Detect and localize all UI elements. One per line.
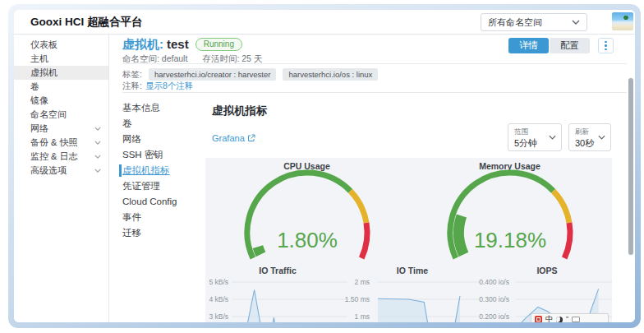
chevron-down-icon bbox=[94, 155, 101, 159]
detail-section: 基本信息卷网络SSH 密钥虚拟机指标凭证管理Cloud Config事件迁移 虚… bbox=[109, 92, 635, 322]
user-avatar[interactable] bbox=[612, 12, 633, 30]
chevron-down-icon bbox=[94, 141, 101, 145]
y-axis-tick-label: 2 ms bbox=[329, 278, 370, 286]
tag-chip: harvesterhci.io/os : linux bbox=[283, 68, 378, 81]
chevron-down-icon bbox=[94, 169, 101, 173]
detail-tab[interactable]: 基本信息 bbox=[109, 100, 205, 116]
y-axis-tick-label: 1.50 ms bbox=[329, 295, 370, 303]
detail-tab[interactable]: Cloud Config bbox=[109, 194, 205, 210]
ime-fullhalf-icon bbox=[556, 317, 563, 323]
detail-tab[interactable]: 虚拟机指标 bbox=[109, 163, 205, 178]
y-axis-tick-label: 4 kB/s bbox=[187, 295, 228, 303]
svg-text:19.18%: 19.18% bbox=[474, 228, 546, 252]
chevron-down-icon bbox=[598, 135, 605, 140]
ime-toolbar[interactable]: 中 ” bbox=[531, 313, 609, 322]
range-select[interactable]: 范围 5分钟 bbox=[508, 123, 562, 151]
chevron-down-icon bbox=[572, 20, 580, 25]
gauge-chart: 19.18% bbox=[432, 166, 588, 269]
ime-keyboard-icon bbox=[572, 317, 580, 322]
main-content: 虚拟机:testRunning 详情 配置 命名空间: default存活时间:… bbox=[109, 35, 635, 322]
grafana-link-label: Grafana bbox=[212, 133, 245, 143]
range-label: 范围 bbox=[514, 127, 528, 137]
top-bar: Gooxi HCI 超融合平台 所有命名空间 bbox=[14, 10, 635, 35]
sidebar-item[interactable]: 镜像 bbox=[14, 94, 108, 108]
detail-tabs: 基本信息卷网络SSH 密钥虚拟机指标凭证管理Cloud Config事件迁移 bbox=[109, 100, 205, 241]
annotations-toggle-link[interactable]: 显示8个注释 bbox=[145, 81, 193, 90]
tag-chip: harvesterhci.io/creator : harvester bbox=[149, 68, 277, 81]
action-buttons: 详情 配置 bbox=[508, 38, 614, 53]
namespace-label: 命名空间: default bbox=[122, 53, 187, 63]
svg-text:1.80%: 1.80% bbox=[277, 228, 338, 252]
annotations-label: 注释: bbox=[122, 81, 142, 90]
vm-title-row: 虚拟机:testRunning 详情 配置 bbox=[122, 37, 622, 55]
mini-area-chart bbox=[378, 271, 481, 322]
sidebar-item[interactable]: 主机 bbox=[14, 52, 108, 66]
chevron-down-icon bbox=[94, 127, 101, 131]
refresh-select[interactable]: 刷新 30秒 bbox=[568, 123, 611, 151]
tags-label: 标签: bbox=[122, 69, 142, 81]
detail-tab[interactable]: SSH 密钥 bbox=[109, 147, 205, 163]
y-axis-tick-label: 0.300 io/s bbox=[468, 295, 509, 303]
status-badge: Running bbox=[196, 38, 242, 51]
external-link-icon bbox=[247, 134, 255, 142]
detail-tab[interactable]: 网络 bbox=[109, 132, 205, 147]
sidebar-item[interactable]: 命名空间 bbox=[14, 108, 108, 122]
sidebar-nav: 仪表板主机虚拟机卷镜像命名空间网络备份 & 快照监控 & 日志高级选项 bbox=[14, 35, 109, 322]
detail-tab[interactable]: 迁移 bbox=[109, 225, 205, 241]
app-window: Gooxi HCI 超融合平台 所有命名空间 仪表板主机虚拟机卷镜像命名空间网络… bbox=[14, 10, 635, 322]
sidebar-item[interactable]: 虚拟机 bbox=[14, 66, 108, 80]
gauge-chart: 1.80% bbox=[229, 166, 385, 269]
sidebar-item[interactable]: 卷 bbox=[14, 80, 108, 94]
metrics-content: 虚拟机指标 Grafana 范围 5分钟 刷新 30秒 CPU Usage1.8… bbox=[205, 92, 635, 322]
namespace-filter-select[interactable]: 所有命名空间 bbox=[481, 13, 587, 31]
y-axis-tick-label: 0.400 io/s bbox=[468, 278, 509, 286]
range-value: 5分钟 bbox=[514, 137, 537, 150]
sidebar-item[interactable]: 监控 & 日志 bbox=[14, 150, 108, 164]
namespace-filter-value: 所有命名空间 bbox=[488, 16, 572, 29]
app-title: Gooxi HCI 超融合平台 bbox=[30, 10, 143, 35]
age-label: 存活时间: 25 天 bbox=[202, 53, 262, 63]
resource-type-label[interactable]: 虚拟机: bbox=[122, 37, 163, 51]
refresh-label: 刷新 bbox=[575, 127, 589, 137]
metrics-title: 虚拟机指标 bbox=[212, 104, 268, 118]
ime-lang-indicator: 中 bbox=[545, 316, 553, 322]
more-actions-button[interactable] bbox=[598, 38, 614, 53]
config-button[interactable]: 配置 bbox=[550, 38, 590, 53]
y-axis-tick-label: 1 ms bbox=[329, 312, 370, 321]
divider bbox=[122, 63, 627, 64]
chevron-down-icon bbox=[549, 135, 556, 140]
grafana-dashboard-panel: CPU Usage1.80%Memory Usage19.18%IO Traff… bbox=[205, 158, 612, 322]
ime-icon bbox=[535, 316, 542, 322]
annotations-row: 注释:显示8个注释 bbox=[122, 81, 193, 92]
detail-tab[interactable]: 凭证管理 bbox=[109, 178, 205, 194]
grafana-link[interactable]: Grafana bbox=[212, 133, 255, 143]
y-axis-tick-label: 3 kB/s bbox=[187, 312, 228, 321]
sidebar-item[interactable]: 高级选项 bbox=[14, 164, 108, 178]
detail-tab[interactable]: 事件 bbox=[109, 210, 205, 225]
tags-row: 标签: harvesterhci.io/creator : harvesterh… bbox=[122, 68, 378, 81]
scrollbar-thumb[interactable] bbox=[628, 78, 633, 255]
vm-name: test bbox=[167, 37, 189, 51]
y-axis-tick-label: 5 kB/s bbox=[187, 278, 228, 286]
sidebar-item[interactable]: 网络 bbox=[14, 122, 108, 136]
tag-chips: harvesterhci.io/creator : harvesterharve… bbox=[149, 68, 378, 81]
details-button[interactable]: 详情 bbox=[508, 38, 549, 53]
ime-punct-icon: ” bbox=[566, 316, 568, 322]
sidebar-item[interactable]: 仪表板 bbox=[14, 38, 108, 52]
y-axis-tick-label: 0.200 io/s bbox=[468, 312, 509, 321]
detail-tab[interactable]: 卷 bbox=[109, 116, 205, 132]
sidebar-item[interactable]: 备份 & 快照 bbox=[14, 136, 108, 150]
refresh-value: 30秒 bbox=[575, 137, 594, 150]
window-frame: Gooxi HCI 超融合平台 所有命名空间 仪表板主机虚拟机卷镜像命名空间网络… bbox=[8, 4, 641, 328]
